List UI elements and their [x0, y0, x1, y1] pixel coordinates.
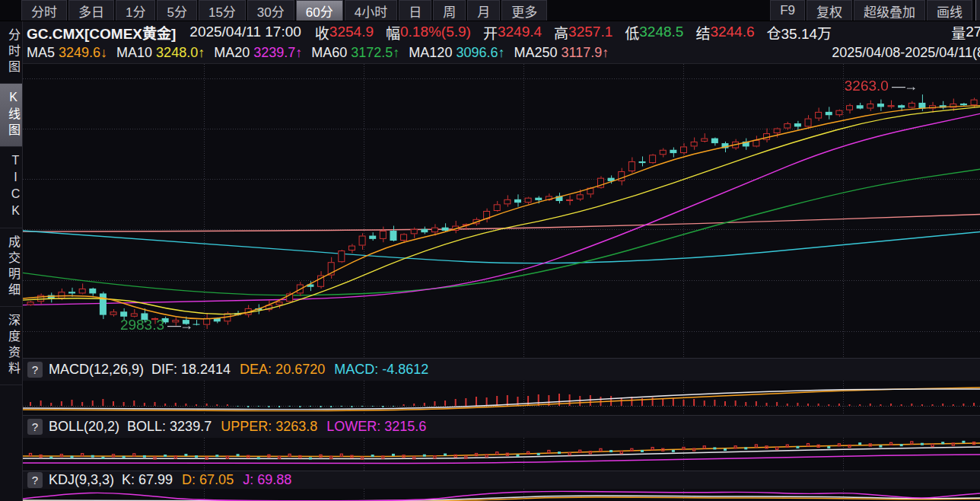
quote-field-量: 量276: [951, 22, 980, 43]
ma-item-MA120: MA1203096.6↑: [409, 45, 504, 61]
ma-label: MA250: [514, 45, 557, 61]
indicator-value: UPPER: 3263.8: [221, 419, 317, 435]
quote-field-value: 35.14万: [781, 22, 832, 43]
ma-value: 3239.7↑: [253, 45, 302, 61]
toolbar-画线[interactable]: 画线: [927, 0, 972, 21]
indicator-value: DEA: 20.6720: [240, 362, 325, 378]
quote-field-仓: 仓35.14万: [767, 22, 832, 43]
quote-field-结: 结3244.6: [695, 22, 754, 43]
ma-value: 3248.0↑: [156, 45, 205, 61]
kdj-values: K: 67.99D: 67.05J: 69.88: [122, 472, 301, 488]
quote-field-value: 3249.4: [498, 24, 542, 40]
kdj-panel-header: ? KDJ(9,3,3) K: 67.99D: 67.05J: 69.88: [23, 471, 980, 489]
ma-value: 3117.9↑: [562, 45, 609, 61]
indicator-value: K: 67.99: [122, 472, 173, 488]
sidebar-item-TICK[interactable]: TICK: [0, 147, 22, 228]
indicator-value: J: 69.88: [243, 472, 291, 488]
quote-field-value: 3244.6: [710, 24, 754, 40]
timeframe-tabbar: 分时多日1分5分15分30分60分4小时日周月更多 F9复权超级叠加画线: [0, 0, 980, 21]
kline-canvas[interactable]: [23, 64, 980, 358]
quote-field-value: 0.18%(5.9): [400, 24, 471, 40]
ma-label: MA60: [311, 45, 347, 61]
ma-item-MA5: MA53249.6↓: [27, 45, 107, 61]
bar-datetime: 2025/04/11 17:00: [189, 24, 301, 40]
tab-日[interactable]: 日: [399, 0, 431, 21]
ma-label: MA5: [27, 45, 55, 61]
tabbar-spacer: [549, 0, 770, 21]
macd-canvas[interactable]: [23, 381, 980, 415]
quote-field-label: 结: [695, 22, 710, 43]
ma-label: MA20: [214, 45, 250, 61]
quote-field-高: 高3257.1: [554, 22, 612, 43]
tab-1分[interactable]: 1分: [116, 0, 155, 21]
left-sidebar: 分时图K线图TICK成交明细深度资料: [0, 21, 23, 501]
boll-title: BOLL(20,2): [49, 419, 119, 435]
boll-canvas[interactable]: [23, 438, 980, 471]
ma-item-MA20: MA203239.7↑: [214, 45, 302, 61]
quote-info-bar: GC.CMX[COMEX黄金] 2025/04/11 17:00 收3254.9…: [23, 21, 980, 43]
quote-field-label: 低: [625, 22, 639, 43]
kdj-title: KDJ(9,3,3): [49, 472, 114, 488]
boll-panel-header: ? BOLL(20,2) BOLL: 3239.7UPPER: 3263.8LO…: [23, 415, 980, 438]
tab-60分[interactable]: 60分: [296, 0, 343, 21]
tab-15分[interactable]: 15分: [199, 0, 246, 21]
quote-field-label: 开: [483, 22, 498, 43]
quote-field-label: 幅: [386, 22, 400, 43]
sidebar-item-K线图[interactable]: K线图: [0, 84, 22, 147]
tab-周[interactable]: 周: [433, 0, 466, 21]
symbol-title: GC.CMX[COMEX黄金]: [27, 22, 176, 43]
quote-field-label: 量: [951, 22, 966, 43]
quote-field-低: 低3248.5: [625, 22, 683, 43]
quote-field-value: 3248.5: [639, 24, 683, 40]
main-kline-chart: 3263.0 —→ 2983.3 —→: [23, 64, 980, 358]
help-icon[interactable]: ?: [27, 419, 43, 435]
macd-values: DIF: 18.2414DEA: 20.6720MACD: -4.8612: [151, 362, 438, 378]
help-icon[interactable]: ?: [27, 362, 43, 378]
quote-fields: 收3254.9幅0.18%(5.9)开3249.4高3257.1低3248.5结…: [315, 22, 980, 43]
quote-field-label: 高: [554, 22, 568, 43]
sidebar-item-分时图[interactable]: 分时图: [0, 21, 22, 84]
quote-field-收: 收3254.9: [315, 22, 374, 43]
clipped-tab-sliver: [975, 0, 980, 21]
tab-4小时[interactable]: 4小时: [345, 0, 397, 21]
tab-多日[interactable]: 多日: [68, 0, 114, 21]
boll-values: BOLL: 3239.7UPPER: 3263.8LOWER: 3215.6: [127, 419, 435, 435]
ma-item-MA250: MA2503117.9↑: [514, 45, 609, 61]
macd-title: MACD(12,26,9): [49, 362, 144, 378]
ma-item-MA60: MA603172.5↑: [311, 45, 399, 61]
indicator-value: LOWER: 3215.6: [326, 419, 426, 435]
indicator-value: BOLL: 3239.7: [127, 419, 212, 435]
help-icon[interactable]: ?: [27, 472, 43, 488]
tab-月[interactable]: 月: [467, 0, 500, 21]
ma-value: 3172.5↑: [351, 45, 399, 61]
ma-item-MA10: MA103248.0↑: [116, 45, 205, 61]
ma-items: MA53249.6↓MA103248.0↑MA203239.7↑MA603172…: [27, 45, 618, 61]
ma-values-bar: MA53249.6↓MA103248.0↑MA203239.7↑MA603172…: [23, 43, 980, 64]
tab-30分[interactable]: 30分: [247, 0, 294, 21]
kdj-canvas[interactable]: [23, 489, 980, 501]
tab-更多[interactable]: 更多: [501, 0, 547, 21]
sidebar-item-深度资料[interactable]: 深度资料: [0, 307, 22, 385]
quote-field-开: 开3249.4: [483, 22, 542, 43]
ma-value: 3249.6↓: [59, 45, 107, 61]
timeframe-tabs: 分时多日1分5分15分30分60分4小时日周月更多: [21, 0, 549, 21]
toolbar-right-tabs: F9复权超级叠加画线: [770, 0, 974, 21]
quote-field-value: 3257.1: [568, 24, 612, 40]
indicator-value: D: 67.05: [182, 472, 234, 488]
toolbar-复权[interactable]: 复权: [807, 0, 852, 21]
visible-date-range: 2025/04/08-2025/04/11(8: [832, 45, 980, 61]
toolbar-F9[interactable]: F9: [770, 0, 805, 21]
indicator-value: MACD: -4.8612: [334, 362, 428, 378]
tab-5分[interactable]: 5分: [157, 0, 196, 21]
ma-label: MA10: [116, 45, 152, 61]
sidebar-item-成交明细[interactable]: 成交明细: [0, 228, 22, 307]
tab-分时[interactable]: 分时: [21, 0, 67, 21]
ma-value: 3096.6↑: [456, 45, 504, 61]
quote-field-label: 收: [315, 22, 329, 43]
toolbar-超级叠加[interactable]: 超级叠加: [854, 0, 925, 21]
quote-field-value: 3254.9: [329, 24, 374, 40]
indicator-value: DIF: 18.2414: [151, 362, 231, 378]
quote-field-幅: 幅0.18%(5.9): [386, 22, 471, 43]
quote-field-label: 仓: [767, 22, 781, 43]
quote-field-value: 276: [966, 24, 980, 40]
